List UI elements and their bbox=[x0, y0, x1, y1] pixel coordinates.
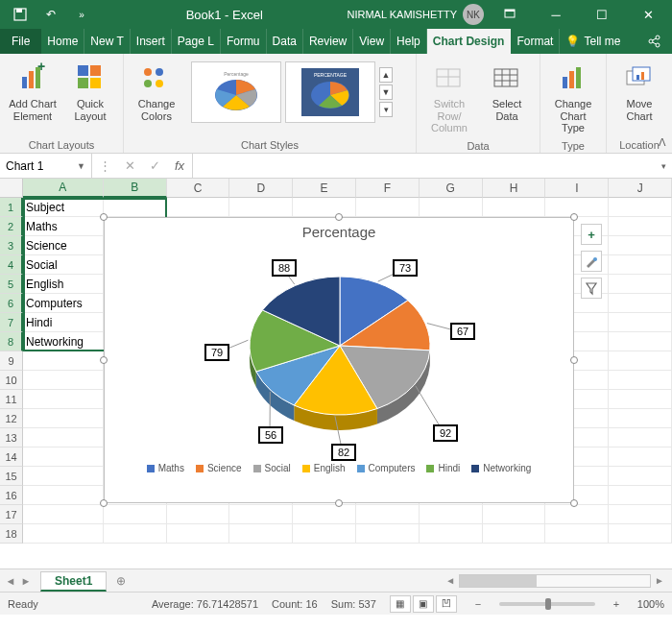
tab-file[interactable]: File bbox=[0, 29, 41, 54]
cell[interactable] bbox=[609, 217, 672, 236]
cancel-icon[interactable]: ✕ bbox=[117, 154, 142, 178]
cell[interactable] bbox=[23, 390, 104, 409]
cell[interactable] bbox=[483, 505, 546, 524]
row-header[interactable]: 17 bbox=[0, 505, 23, 524]
name-box[interactable]: ▼ bbox=[0, 154, 92, 178]
legend-item[interactable]: Maths bbox=[147, 463, 184, 473]
col-header[interactable]: D bbox=[229, 179, 293, 198]
row-header[interactable]: 10 bbox=[0, 371, 23, 390]
cell[interactable] bbox=[293, 505, 356, 524]
tab-view[interactable]: View bbox=[353, 29, 391, 54]
cell[interactable] bbox=[229, 524, 293, 544]
zoom-in-button[interactable]: + bbox=[609, 598, 624, 610]
minimize-button[interactable]: ─ bbox=[536, 0, 576, 29]
tab-data[interactable]: Data bbox=[267, 29, 303, 54]
cell[interactable] bbox=[23, 351, 104, 371]
row-header[interactable]: 5 bbox=[0, 275, 23, 294]
chart-filters-button[interactable] bbox=[581, 278, 602, 299]
cell[interactable]: Computers bbox=[23, 294, 104, 313]
cell[interactable] bbox=[23, 409, 104, 428]
cell[interactable]: Subject bbox=[23, 198, 104, 217]
fx-icon[interactable]: fx bbox=[167, 154, 192, 178]
formula-input[interactable] bbox=[193, 154, 655, 178]
cell[interactable] bbox=[356, 524, 420, 544]
cell[interactable] bbox=[545, 524, 609, 544]
chart-object[interactable]: Percentage 73679282567988 MathsScienceSo… bbox=[104, 217, 574, 503]
change-colors-button[interactable]: Change Colors bbox=[130, 58, 183, 126]
cell[interactable] bbox=[609, 351, 672, 371]
cell[interactable] bbox=[545, 505, 609, 524]
col-header[interactable]: I bbox=[545, 179, 609, 198]
name-box-input[interactable] bbox=[6, 159, 73, 173]
sheet-tab[interactable]: Sheet1 bbox=[40, 571, 107, 592]
cell[interactable] bbox=[293, 524, 356, 544]
chart-style-2[interactable]: PERCENTAGE bbox=[285, 61, 375, 123]
legend-item[interactable]: Science bbox=[196, 463, 242, 473]
data-label[interactable]: 56 bbox=[258, 426, 283, 444]
cell[interactable] bbox=[609, 505, 672, 524]
cell[interactable] bbox=[229, 198, 293, 217]
cell[interactable] bbox=[420, 198, 483, 217]
name-box-dropdown-icon[interactable]: ▼ bbox=[77, 161, 85, 171]
cell[interactable] bbox=[609, 467, 672, 486]
add-chart-element-button[interactable]: + Add Chart Element bbox=[6, 58, 60, 126]
chart-elements-button[interactable]: + bbox=[581, 224, 602, 245]
tab-insert[interactable]: Insert bbox=[131, 29, 172, 54]
cell[interactable] bbox=[609, 486, 672, 505]
cell[interactable] bbox=[609, 236, 672, 255]
cell[interactable] bbox=[609, 294, 672, 313]
col-header[interactable]: F bbox=[356, 179, 420, 198]
data-label[interactable]: 82 bbox=[331, 444, 356, 461]
cell[interactable]: Hindi bbox=[23, 313, 104, 332]
row-header[interactable]: 13 bbox=[0, 428, 23, 448]
resize-handle[interactable] bbox=[100, 499, 108, 507]
chart-legend[interactable]: MathsScienceSocialEnglishComputersHindiN… bbox=[105, 463, 573, 473]
chart-styles-button[interactable] bbox=[581, 251, 602, 272]
cell[interactable] bbox=[23, 505, 104, 524]
row-header[interactable]: 8 bbox=[0, 332, 23, 351]
gallery-down-icon[interactable]: ▼ bbox=[379, 85, 393, 100]
col-header[interactable]: A bbox=[23, 179, 104, 198]
cell[interactable] bbox=[609, 428, 672, 448]
cell[interactable] bbox=[483, 198, 546, 217]
data-label[interactable]: 79 bbox=[204, 344, 229, 361]
col-header[interactable]: C bbox=[167, 179, 230, 198]
cell[interactable] bbox=[23, 467, 104, 486]
resize-handle[interactable] bbox=[335, 213, 343, 221]
ribbon-options-icon[interactable] bbox=[490, 0, 530, 29]
legend-item[interactable]: Social bbox=[253, 463, 291, 473]
undo-icon[interactable]: ↶ bbox=[38, 2, 63, 27]
change-chart-type-button[interactable]: Change Chart Type bbox=[546, 58, 600, 138]
legend-item[interactable]: English bbox=[302, 463, 346, 473]
row-header[interactable]: 14 bbox=[0, 448, 23, 467]
tell-me[interactable]: 💡Tell me bbox=[560, 29, 636, 54]
cell[interactable] bbox=[609, 275, 672, 294]
zoom-level[interactable]: 100% bbox=[637, 598, 664, 610]
row-header[interactable]: 9 bbox=[0, 351, 23, 371]
cell[interactable]: Science bbox=[23, 236, 104, 255]
row-header[interactable]: 18 bbox=[0, 524, 23, 544]
hscroll-right-icon[interactable]: ► bbox=[655, 575, 664, 586]
share-button[interactable] bbox=[636, 29, 672, 54]
col-header[interactable]: B bbox=[104, 179, 167, 198]
col-header[interactable]: E bbox=[293, 179, 356, 198]
maximize-button[interactable]: ☐ bbox=[582, 0, 622, 29]
resize-handle[interactable] bbox=[335, 499, 343, 507]
resize-handle[interactable] bbox=[570, 213, 578, 221]
cell[interactable] bbox=[23, 524, 104, 544]
enter-icon[interactable]: ✓ bbox=[142, 154, 167, 178]
page-layout-view-icon[interactable]: ▣ bbox=[413, 595, 434, 613]
cell[interactable] bbox=[293, 198, 356, 217]
row-header[interactable]: 4 bbox=[0, 255, 23, 275]
page-break-view-icon[interactable]: 凹 bbox=[436, 595, 457, 613]
cell[interactable] bbox=[167, 198, 230, 217]
row-header[interactable]: 2 bbox=[0, 217, 23, 236]
cell[interactable] bbox=[23, 448, 104, 467]
cell[interactable] bbox=[609, 198, 672, 217]
zoom-slider[interactable] bbox=[499, 602, 595, 606]
row-header[interactable]: 6 bbox=[0, 294, 23, 313]
tab-format[interactable]: Format bbox=[511, 29, 560, 54]
legend-item[interactable]: Hindi bbox=[426, 463, 460, 473]
legend-item[interactable]: Networking bbox=[471, 463, 531, 473]
user-avatar[interactable]: NK bbox=[463, 4, 484, 25]
